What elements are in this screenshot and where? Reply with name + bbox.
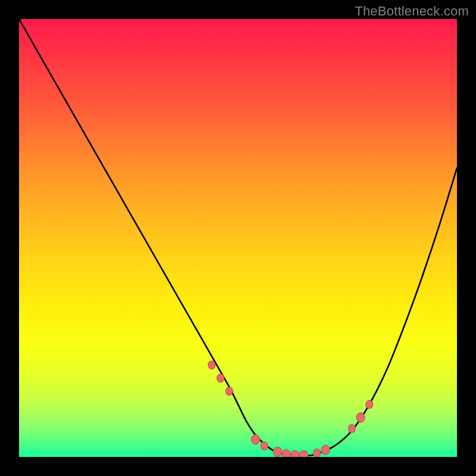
data-dot (217, 374, 224, 383)
data-dot (261, 442, 268, 450)
bottleneck-curve (19, 19, 457, 456)
data-dot (299, 450, 308, 457)
chart-svg (19, 19, 457, 457)
chart-frame: TheBottleneck.com (0, 0, 476, 476)
data-dot (291, 450, 299, 457)
watermark-text: TheBottleneck.com (355, 4, 469, 19)
data-dot (226, 387, 233, 396)
data-dot (348, 424, 355, 433)
data-dot (356, 413, 365, 422)
data-dot (321, 445, 330, 455)
data-dot (251, 435, 259, 444)
data-dot (208, 361, 215, 369)
data-dots (208, 361, 373, 457)
data-dot (273, 447, 281, 456)
data-dot (366, 400, 373, 409)
data-dot (313, 449, 320, 457)
data-dot (282, 450, 290, 457)
plot-area (19, 19, 457, 457)
